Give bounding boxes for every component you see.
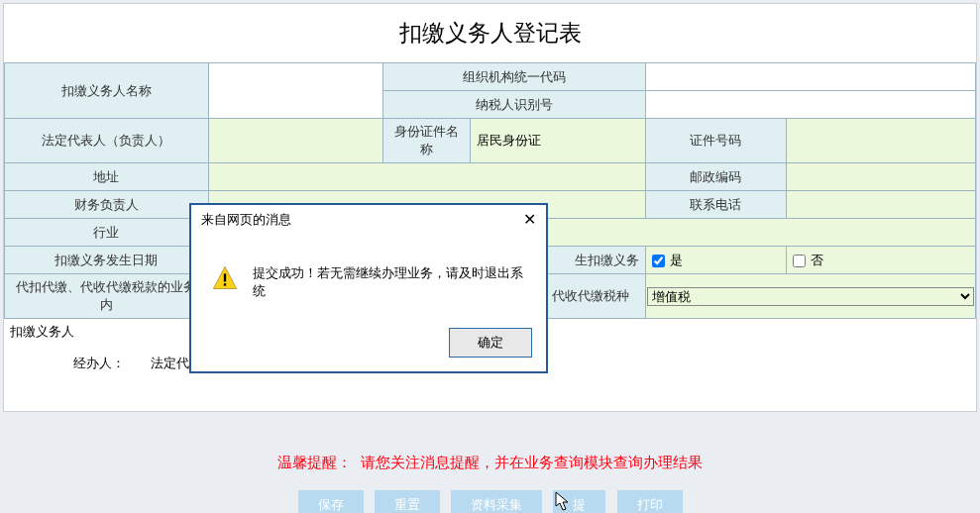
footer-prefix: 温馨提醒：	[277, 455, 352, 470]
occur-date-label: 扣缴义务发生日期	[5, 247, 209, 274]
dialog-message: 提交成功！若无需继续办理业务，请及时退出系统	[253, 264, 526, 300]
footer-message: 温馨提醒： 请您关注消息提醒，并在业务查询模块查询办理结果	[0, 454, 980, 472]
contact-phone-value[interactable]	[786, 191, 975, 219]
dialog-titlebar: 来自网页的消息 ✕	[191, 205, 546, 235]
print-button[interactable]: 打印	[617, 490, 683, 513]
footer-text: 请您关注消息提醒，并在业务查询模块查询办理结果	[361, 455, 703, 470]
org-code-label: 组织机构统一代码	[383, 63, 646, 91]
warning-icon	[211, 264, 239, 292]
postcode-label: 邮政编码	[645, 163, 786, 191]
generated-yes-checkbox[interactable]	[652, 255, 665, 267]
postcode-value[interactable]	[786, 163, 975, 191]
svg-rect-1	[224, 283, 226, 285]
generated-no-cell[interactable]: 否	[786, 247, 975, 274]
close-icon[interactable]: ✕	[523, 212, 536, 228]
page-title: 扣缴义务人登记表	[4, 4, 976, 62]
submit-button[interactable]: 提	[553, 490, 605, 513]
id-number-value[interactable]	[786, 119, 975, 163]
tax-id-value[interactable]	[645, 91, 975, 119]
message-dialog: 来自网页的消息 ✕ 提交成功！若无需继续办理业务，请及时退出系统 确定	[190, 204, 547, 372]
tax-type-select[interactable]: 增值税	[647, 287, 974, 306]
generated-no-label: 否	[811, 253, 823, 267]
dialog-body: 提交成功！若无需继续办理业务，请及时退出系统	[191, 235, 546, 310]
collect-button[interactable]: 资料采集	[451, 490, 542, 513]
dialog-footer: 确定	[449, 328, 532, 358]
svg-rect-0	[224, 273, 226, 281]
legal-rep2-label: 法定代	[151, 356, 189, 370]
ok-button[interactable]: 确定	[449, 328, 532, 358]
industry-label: 行业	[5, 219, 209, 247]
address-value[interactable]	[208, 163, 645, 191]
fin-director-label: 财务负责人	[5, 191, 209, 219]
tax-biz-label: 代扣代缴、代收代缴税款的业务内	[5, 274, 209, 319]
handler-label: 经办人：	[73, 356, 125, 370]
id-type-value[interactable]: 居民身份证	[471, 119, 645, 163]
generated-yes-cell[interactable]: 是	[645, 247, 786, 274]
agent-name-label: 扣缴义务人名称	[5, 63, 209, 119]
address-label: 地址	[5, 163, 209, 191]
tax-type-cell: 增值税	[645, 274, 975, 319]
id-type-label: 身份证件名称	[383, 119, 471, 163]
reset-button[interactable]: 重置	[375, 490, 440, 513]
contact-phone-label: 联系电话	[645, 191, 786, 219]
legal-rep-label: 法定代表人（负责人）	[5, 119, 209, 163]
dialog-title-text: 来自网页的消息	[201, 211, 291, 229]
agent-name-value[interactable]	[208, 63, 382, 119]
generated-no-checkbox[interactable]	[793, 255, 806, 267]
generated-yes-label: 是	[670, 253, 683, 267]
action-button-row: 保存 重置 资料采集 提 打印	[0, 490, 980, 513]
id-number-label: 证件号码	[645, 119, 786, 163]
org-code-value[interactable]	[645, 63, 975, 91]
save-button[interactable]: 保存	[298, 490, 364, 513]
footer: 温馨提醒： 请您关注消息提醒，并在业务查询模块查询办理结果 保存 重置 资料采集…	[0, 454, 980, 513]
legal-rep-value[interactable]	[208, 119, 382, 163]
tax-id-label: 纳税人识别号	[383, 91, 646, 119]
